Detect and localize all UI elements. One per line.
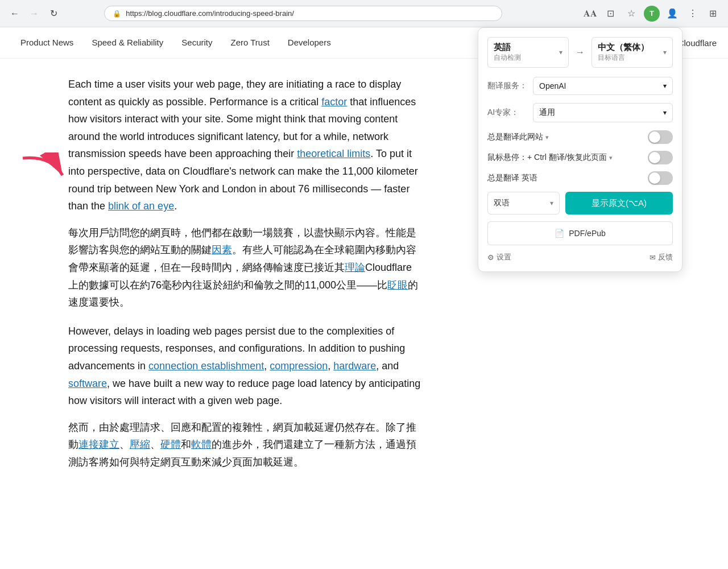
url-text: https://blog.cloudflare.com/introducing-…: [126, 9, 294, 18]
split-view-button[interactable]: ⊡: [603, 6, 619, 22]
browser-controls: ← → ↻: [7, 6, 61, 22]
ai-expert-label: AI专家：: [487, 108, 527, 118]
paragraph-2-chinese: 每次用戶訪問您的網頁時，他們都在啟動一場競賽，以盡快顯示內容。性能是影響訪客與您…: [68, 224, 421, 311]
translate-extension-button[interactable]: T: [644, 6, 660, 22]
browser-chrome: ← → ↻ 🔒 https://blog.cloudflare.com/intr…: [0, 0, 728, 27]
para1-link-factor[interactable]: factor: [321, 96, 347, 108]
paragraph-1: Each time a user visits your web page, t…: [68, 76, 421, 215]
feedback-label: 反馈: [658, 252, 673, 262]
always-translate-site-label: 总是翻译此网站 ▾: [487, 132, 549, 142]
para4-cn-link2[interactable]: 壓縮: [130, 439, 150, 450]
translation-panel: 英語 自动检测 ▾ → 中文（繁体） 目标语言 ▾ 翻译服务： OpenAI ▾…: [478, 27, 682, 272]
ai-expert-value: 通用: [539, 108, 555, 118]
para3-c1: ,: [264, 360, 270, 372]
translation-service-row: 翻译服务： OpenAI ▾: [487, 77, 673, 95]
settings-icon: ⚙: [487, 253, 494, 262]
action-buttons-row: 双语 ▾ 显示原文(⌥A): [487, 192, 673, 215]
back-button[interactable]: ←: [7, 6, 23, 22]
para4-cn-c1: 、: [119, 439, 130, 450]
main-content: Each time a user visits your web page, t…: [0, 59, 455, 497]
para3-link2[interactable]: compression: [270, 360, 328, 372]
feedback-link[interactable]: ✉ 反馈: [650, 252, 673, 262]
para4-cn-link3[interactable]: 硬體: [160, 439, 181, 450]
target-lang-chevron: ▾: [663, 48, 667, 56]
para1-link-blink[interactable]: blink of an eye: [108, 200, 174, 212]
browser-actions: 𝐀𝐀 ⊡ ☆ T 👤 ⋮ ⊞: [582, 6, 721, 22]
nav-item-security[interactable]: Security: [172, 27, 221, 59]
always-translate-site-row: 总是翻译此网站 ▾: [487, 130, 673, 144]
menu-button[interactable]: ⊞: [705, 6, 721, 22]
paragraph-3: However, delays in loading web pages per…: [68, 323, 421, 410]
target-lang-sub: 目标语言: [598, 53, 649, 63]
para3-end: , we have built a new way to reduce page…: [68, 378, 420, 407]
translation-service-value: OpenAI: [539, 81, 566, 90]
para4-cn-link1[interactable]: 連接建立: [78, 439, 119, 450]
always-translate-en-label: 总是翻译 英语: [487, 173, 537, 183]
nav-item-zero-trust[interactable]: Zero Trust: [221, 27, 278, 59]
pdf-icon: 📄: [555, 229, 564, 238]
nav-item-speed-reliability[interactable]: Speed & Reliability: [82, 27, 172, 59]
always-translate-en-toggle[interactable]: [648, 171, 673, 185]
bilingual-chevron: ▾: [550, 199, 553, 207]
lock-icon: 🔒: [113, 10, 121, 18]
pdf-label: PDF/ePub: [569, 229, 606, 238]
always-translate-site-toggle[interactable]: [648, 130, 673, 144]
translation-service-chevron: ▾: [663, 82, 667, 90]
read-aloud-button[interactable]: 𝐀𝐀: [582, 6, 598, 22]
para2-cn-link1[interactable]: 因素: [212, 244, 232, 255]
target-language-select[interactable]: 中文（繁体） 目标语言 ▾: [592, 37, 673, 68]
extensions-button[interactable]: ⋮: [685, 6, 701, 22]
para1-link-theoretical[interactable]: theoretical limits: [297, 148, 370, 159]
mouse-hover-toggle[interactable]: [648, 151, 673, 164]
source-lang-chevron: ▾: [559, 48, 562, 56]
para3-mid: , and: [376, 360, 399, 372]
para3-link4[interactable]: software: [68, 378, 107, 389]
ai-expert-select[interactable]: 通用 ▾: [533, 103, 673, 122]
settings-label: 设置: [497, 252, 511, 262]
profile-button[interactable]: 👤: [664, 6, 680, 22]
nav-item-product-news[interactable]: Product News: [11, 27, 82, 59]
settings-link[interactable]: ⚙ 设置: [487, 252, 511, 262]
para2-cn-link2[interactable]: 理論: [345, 262, 365, 273]
language-selection-row: 英語 自动检测 ▾ → 中文（繁体） 目标语言 ▾: [487, 37, 673, 68]
mouse-hover-row: 鼠标悬停：+ Ctrl 翻译/恢复此页面 ▾: [487, 151, 673, 164]
bilingual-button[interactable]: 双语 ▾: [487, 192, 560, 215]
ai-expert-chevron: ▾: [663, 109, 667, 117]
mouse-hover-label: 鼠标悬停：+ Ctrl 翻译/恢复此页面 ▾: [487, 152, 613, 163]
paragraph-4-chinese: 然而，由於處理請求、回應和配置的複雜性，網頁加載延遲仍然存在。除了推動連接建立、…: [68, 419, 421, 471]
nav-cloudflare[interactable]: Cloudflare: [678, 38, 717, 48]
refresh-button[interactable]: ↻: [46, 6, 61, 22]
nav-item-developers[interactable]: Developers: [279, 27, 340, 59]
para4-cn-c2: 、: [150, 439, 160, 450]
ai-expert-row: AI专家： 通用 ▾: [487, 103, 673, 122]
para3-link1[interactable]: connection establishment: [148, 360, 264, 372]
lang-swap-arrow[interactable]: →: [576, 47, 585, 57]
translation-service-label: 翻译服务：: [487, 81, 527, 91]
source-lang-sub: 自动检测: [494, 53, 521, 63]
show-original-button[interactable]: 显示原文(⌥A): [565, 192, 673, 215]
para3-c2: ,: [328, 360, 333, 372]
para1-text-final: .: [174, 200, 177, 212]
para2-cn-link3[interactable]: 眨眼: [387, 279, 408, 291]
para4-cn-mid: 和: [181, 439, 191, 450]
para3-link3[interactable]: hardware: [333, 360, 376, 372]
target-lang-name: 中文（繁体）: [598, 42, 649, 53]
panel-footer: ⚙ 设置 ✉ 反馈: [487, 252, 673, 262]
translation-service-select[interactable]: OpenAI ▾: [533, 77, 673, 95]
address-bar[interactable]: 🔒 https://blog.cloudflare.com/introducin…: [104, 6, 502, 21]
para4-cn-link4[interactable]: 軟體: [191, 439, 212, 450]
feedback-icon: ✉: [650, 253, 656, 262]
pdf-epub-button[interactable]: 📄 PDF/ePub: [487, 221, 673, 245]
source-lang-name: 英語: [494, 42, 521, 53]
always-translate-en-row: 总是翻译 英语: [487, 171, 673, 185]
forward-button[interactable]: →: [26, 6, 42, 22]
source-language-select[interactable]: 英語 自动检测 ▾: [487, 37, 569, 68]
bookmark-button[interactable]: ☆: [623, 6, 639, 22]
